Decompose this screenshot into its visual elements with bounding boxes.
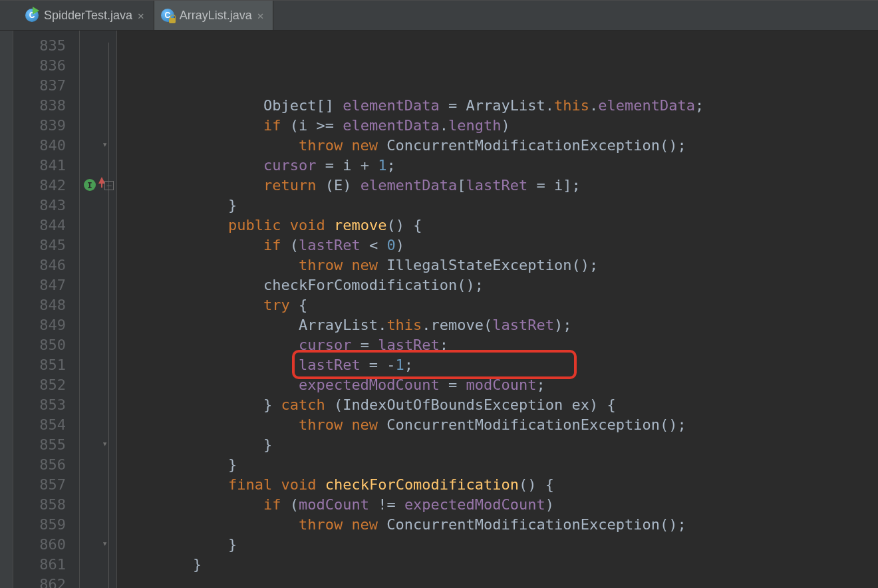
tab-spiddertest[interactable]: SpidderTest.java ✕	[19, 1, 154, 30]
java-class-icon	[25, 9, 39, 22]
code-line[interactable]: ArrayList.this.remove(lastRet);	[122, 315, 878, 335]
code-line[interactable]: }	[122, 455, 878, 475]
code-line[interactable]: if (i >= elementData.length)	[122, 116, 878, 136]
line-number[interactable]: 840	[13, 136, 66, 156]
line-number[interactable]: 860	[13, 535, 66, 555]
line-number[interactable]: 861	[13, 555, 66, 575]
code-area[interactable]: Object[] elementData = ArrayList.this.el…	[117, 31, 878, 588]
line-number[interactable]: 848	[13, 295, 66, 315]
editor: 8358368378388398408418428438448458468478…	[0, 31, 878, 588]
line-number[interactable]: 837	[13, 76, 66, 96]
line-number[interactable]: 842	[13, 176, 66, 196]
tab-label: ArrayList.java	[180, 9, 252, 23]
code-line[interactable]: final void checkForComodification() {	[122, 475, 878, 495]
line-number[interactable]: 855	[13, 435, 66, 455]
line-number[interactable]: 835	[13, 36, 66, 56]
line-number[interactable]: 844	[13, 216, 66, 235]
code-line[interactable]: throw new ConcurrentModificationExceptio…	[122, 136, 878, 156]
code-line[interactable]: return (E) elementData[lastRet = i];	[122, 176, 878, 196]
line-number[interactable]: 838	[13, 96, 66, 116]
code-line[interactable]: expectedModCount = modCount;	[122, 375, 878, 395]
fold-toggle-icon[interactable]	[104, 181, 114, 190]
line-number[interactable]: 854	[13, 415, 66, 435]
line-number[interactable]: 843	[13, 196, 66, 216]
code-line[interactable]: }	[122, 555, 878, 575]
gutter-marks[interactable]: I	[80, 31, 117, 588]
code-line[interactable]: lastRet = -1;	[122, 355, 878, 375]
tool-window-stripe[interactable]	[0, 31, 13, 588]
code-line[interactable]: }	[122, 435, 878, 455]
line-number[interactable]: 845	[13, 235, 66, 255]
code-line[interactable]: cursor = lastRet;	[122, 335, 878, 355]
line-number[interactable]: 847	[13, 275, 66, 295]
line-number[interactable]: 859	[13, 515, 66, 535]
close-icon[interactable]: ✕	[138, 9, 144, 22]
line-number[interactable]: 856	[13, 455, 66, 475]
code-line[interactable]: checkForComodification();	[122, 275, 878, 295]
line-number[interactable]: 858	[13, 495, 66, 515]
code-line[interactable]: throw new ConcurrentModificationExceptio…	[122, 515, 878, 535]
code-line[interactable]: }	[122, 535, 878, 555]
code-line[interactable]: cursor = i + 1;	[122, 156, 878, 176]
line-number[interactable]: 846	[13, 255, 66, 275]
fold-end-icon[interactable]	[103, 440, 114, 448]
line-number[interactable]: 850	[13, 335, 66, 355]
line-number[interactable]: 839	[13, 116, 66, 136]
line-number[interactable]: 853	[13, 395, 66, 415]
code-line[interactable]: Object[] elementData = ArrayList.this.el…	[122, 96, 878, 116]
line-number[interactable]: 857	[13, 475, 66, 495]
java-class-icon	[161, 9, 174, 22]
tab-arraylist[interactable]: ArrayList.java ✕	[154, 1, 274, 30]
code-line[interactable]: throw new IllegalStateException();	[122, 255, 878, 275]
fold-end-icon[interactable]	[103, 540, 114, 548]
line-number[interactable]: 851	[13, 355, 66, 375]
code-line[interactable]: public void remove() {	[122, 216, 878, 235]
tab-bar: SpidderTest.java ✕ ArrayList.java ✕	[0, 0, 878, 31]
line-number[interactable]: 836	[13, 56, 66, 76]
line-number[interactable]: 852	[13, 375, 66, 395]
fold-end-icon[interactable]	[103, 141, 114, 149]
code-line[interactable]: if (lastRet < 0)	[122, 235, 878, 255]
code-line[interactable]: try {	[122, 295, 878, 315]
line-number[interactable]: 841	[13, 156, 66, 176]
code-line[interactable]: throw new ConcurrentModificationExceptio…	[122, 415, 878, 435]
code-line[interactable]: }	[122, 196, 878, 216]
code-line[interactable]: if (modCount != expectedModCount)	[122, 495, 878, 515]
code-line[interactable]: } catch (IndexOutOfBoundsException ex) {	[122, 395, 878, 415]
line-number-gutter[interactable]: 8358368378388398408418428438448458468478…	[13, 31, 80, 588]
line-number[interactable]: 849	[13, 315, 66, 335]
close-icon[interactable]: ✕	[257, 9, 264, 22]
line-number[interactable]: 862	[13, 575, 66, 588]
override-marker-icon[interactable]: I	[84, 179, 96, 191]
tab-label: SpidderTest.java	[44, 9, 132, 23]
